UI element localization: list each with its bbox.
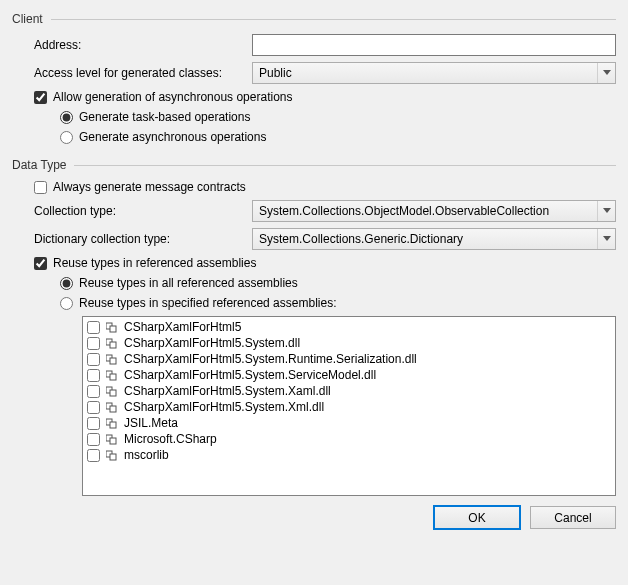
reuse-specified-label: Reuse types in specified referenced asse…: [79, 296, 336, 310]
list-item[interactable]: CSharpXamlForHtml5.System.Runtime.Serial…: [85, 351, 613, 367]
ok-button[interactable]: OK: [434, 506, 520, 529]
row-allow-async: Allow generation of asynchronous operati…: [12, 90, 616, 104]
access-level-dropdown[interactable]: Public: [252, 62, 616, 84]
allow-async-label: Allow generation of asynchronous operati…: [53, 90, 292, 104]
row-msg-contracts: Always generate message contracts: [12, 180, 616, 194]
chevron-down-icon: [597, 229, 615, 249]
list-item[interactable]: CSharpXamlForHtml5.System.ServiceModel.d…: [85, 367, 613, 383]
reuse-specified-radio[interactable]: Reuse types in specified referenced asse…: [60, 296, 336, 310]
svg-rect-11: [110, 406, 116, 412]
assembly-name: mscorlib: [124, 448, 169, 462]
gen-async-radio[interactable]: Generate asynchronous operations: [60, 130, 266, 144]
assembly-checkbox[interactable]: [87, 385, 100, 398]
row-gen-async: Generate asynchronous operations: [12, 130, 616, 144]
assembly-checkbox[interactable]: [87, 353, 100, 366]
assembly-checkbox[interactable]: [87, 321, 100, 334]
service-reference-settings-dialog: Client Address: Access level for generat…: [0, 0, 628, 539]
assembly-checkbox[interactable]: [87, 449, 100, 462]
reuse-types-label: Reuse types in referenced assemblies: [53, 256, 256, 270]
address-input[interactable]: [252, 34, 616, 56]
assembly-name: CSharpXamlForHtml5.System.Runtime.Serial…: [124, 352, 417, 366]
dialog-buttons: OK Cancel: [12, 506, 616, 529]
list-item[interactable]: CSharpXamlForHtml5: [85, 319, 613, 335]
assembly-icon: [106, 417, 120, 429]
reuse-types-checkbox[interactable]: Reuse types in referenced assemblies: [34, 256, 256, 270]
allow-async-checkbox[interactable]: Allow generation of asynchronous operati…: [34, 90, 292, 104]
gen-async-label: Generate asynchronous operations: [79, 130, 266, 144]
list-item[interactable]: CSharpXamlForHtml5.System.Xaml.dll: [85, 383, 613, 399]
reuse-all-radio[interactable]: Reuse types in all referenced assemblies: [60, 276, 298, 290]
svg-rect-13: [110, 422, 116, 428]
label-collection-type: Collection type:: [34, 204, 252, 218]
svg-rect-5: [110, 358, 116, 364]
assembly-icon: [106, 449, 120, 461]
assembly-name: JSIL.Meta: [124, 416, 178, 430]
chevron-down-icon: [597, 63, 615, 83]
access-level-value: Public: [259, 66, 292, 80]
msg-contracts-label: Always generate message contracts: [53, 180, 246, 194]
label-address: Address:: [34, 38, 252, 52]
msg-contracts-checkbox[interactable]: Always generate message contracts: [34, 180, 246, 194]
row-gen-task: Generate task-based operations: [12, 110, 616, 124]
cancel-button[interactable]: Cancel: [530, 506, 616, 529]
list-item[interactable]: CSharpXamlForHtml5.System.Xml.dll: [85, 399, 613, 415]
gen-task-radio[interactable]: Generate task-based operations: [60, 110, 250, 124]
assembly-icon: [106, 433, 120, 445]
label-access-level: Access level for generated classes:: [34, 66, 252, 80]
assembly-icon: [106, 353, 120, 365]
assembly-checkbox[interactable]: [87, 369, 100, 382]
collection-type-dropdown[interactable]: System.Collections.ObjectModel.Observabl…: [252, 200, 616, 222]
assembly-checkbox[interactable]: [87, 417, 100, 430]
assembly-name: CSharpXamlForHtml5.System.Xaml.dll: [124, 384, 331, 398]
assembly-name: CSharpXamlForHtml5: [124, 320, 241, 334]
group-label-datatype: Data Type: [12, 158, 66, 172]
row-access-level: Access level for generated classes: Publ…: [12, 62, 616, 84]
assembly-checkbox[interactable]: [87, 433, 100, 446]
assembly-icon: [106, 369, 120, 381]
collection-type-value: System.Collections.ObjectModel.Observabl…: [259, 204, 549, 218]
svg-rect-7: [110, 374, 116, 380]
assembly-name: Microsoft.CSharp: [124, 432, 217, 446]
assembly-icon: [106, 337, 120, 349]
group-label-client: Client: [12, 12, 43, 26]
dictionary-type-value: System.Collections.Generic.Dictionary: [259, 232, 463, 246]
assemblies-listbox[interactable]: CSharpXamlForHtml5CSharpXamlForHtml5.Sys…: [82, 316, 616, 496]
row-dictionary-type: Dictionary collection type: System.Colle…: [12, 228, 616, 250]
label-dictionary-type: Dictionary collection type:: [34, 232, 252, 246]
reuse-all-label: Reuse types in all referenced assemblies: [79, 276, 298, 290]
row-address: Address:: [12, 34, 616, 56]
assembly-icon: [106, 321, 120, 333]
gen-task-label: Generate task-based operations: [79, 110, 250, 124]
group-header-datatype: Data Type: [12, 158, 616, 172]
svg-rect-17: [110, 454, 116, 460]
assembly-name: CSharpXamlForHtml5.System.dll: [124, 336, 300, 350]
row-reuse-specified: Reuse types in specified referenced asse…: [12, 296, 616, 310]
svg-rect-15: [110, 438, 116, 444]
assembly-icon: [106, 385, 120, 397]
assembly-checkbox[interactable]: [87, 401, 100, 414]
svg-rect-9: [110, 390, 116, 396]
list-item[interactable]: JSIL.Meta: [85, 415, 613, 431]
chevron-down-icon: [597, 201, 615, 221]
assembly-checkbox[interactable]: [87, 337, 100, 350]
list-item[interactable]: CSharpXamlForHtml5.System.dll: [85, 335, 613, 351]
group-header-client: Client: [12, 12, 616, 26]
row-reuse-all: Reuse types in all referenced assemblies: [12, 276, 616, 290]
row-collection-type: Collection type: System.Collections.Obje…: [12, 200, 616, 222]
row-reuse-types: Reuse types in referenced assemblies: [12, 256, 616, 270]
svg-rect-3: [110, 342, 116, 348]
list-item[interactable]: Microsoft.CSharp: [85, 431, 613, 447]
assembly-name: CSharpXamlForHtml5.System.Xml.dll: [124, 400, 324, 414]
assembly-name: CSharpXamlForHtml5.System.ServiceModel.d…: [124, 368, 376, 382]
assembly-icon: [106, 401, 120, 413]
list-item[interactable]: mscorlib: [85, 447, 613, 463]
dictionary-type-dropdown[interactable]: System.Collections.Generic.Dictionary: [252, 228, 616, 250]
svg-rect-1: [110, 326, 116, 332]
